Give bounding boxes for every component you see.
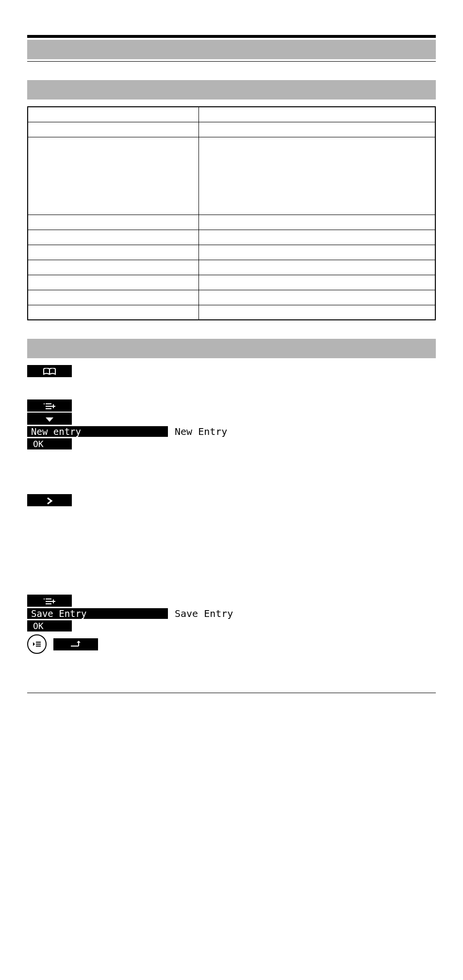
cell bbox=[199, 245, 435, 260]
table-row bbox=[28, 305, 435, 320]
table-row bbox=[28, 245, 435, 260]
ok-key-2: OK bbox=[27, 620, 72, 631]
cell bbox=[199, 290, 435, 305]
cell bbox=[28, 245, 199, 260]
table-row bbox=[28, 290, 435, 305]
list-plus-key-2 bbox=[27, 595, 72, 607]
svg-marker-19 bbox=[77, 641, 81, 643]
chevron-right-key bbox=[27, 494, 72, 506]
cell bbox=[199, 260, 435, 275]
cell bbox=[28, 122, 199, 137]
table-row bbox=[28, 137, 435, 215]
cell bbox=[28, 137, 199, 215]
cell bbox=[199, 122, 435, 137]
section-band-3 bbox=[27, 339, 436, 358]
menu-round-key bbox=[27, 634, 47, 654]
table-row bbox=[28, 230, 435, 245]
cell bbox=[199, 305, 435, 320]
arrow-up-right-icon bbox=[69, 640, 83, 647]
cell bbox=[28, 275, 199, 290]
section-band-1 bbox=[27, 40, 436, 59]
display-state-save-entry: Save Entry bbox=[27, 608, 168, 619]
cell bbox=[199, 230, 435, 245]
cell bbox=[199, 215, 435, 230]
cell bbox=[28, 305, 199, 320]
cell bbox=[199, 107, 435, 122]
page-bottom-rule bbox=[27, 693, 436, 693]
table-row bbox=[28, 107, 435, 122]
spec-table bbox=[27, 106, 436, 320]
cell bbox=[28, 260, 199, 275]
cell bbox=[28, 290, 199, 305]
svg-marker-13 bbox=[33, 642, 35, 646]
table-row bbox=[28, 215, 435, 230]
cell bbox=[199, 275, 435, 290]
table-row bbox=[28, 260, 435, 275]
table-row bbox=[28, 122, 435, 137]
ok-key: OK bbox=[27, 438, 72, 449]
open-book-key bbox=[27, 365, 72, 377]
cell bbox=[199, 137, 435, 215]
list-plus-icon bbox=[43, 598, 56, 605]
display-state-new-entry: New entry bbox=[27, 426, 168, 437]
menu-list-icon bbox=[32, 640, 42, 648]
section-band-2 bbox=[27, 80, 436, 100]
list-plus-key bbox=[27, 399, 72, 412]
list-plus-icon bbox=[43, 402, 56, 410]
cell bbox=[28, 107, 199, 122]
open-book-icon bbox=[43, 368, 56, 376]
arrow-up-right-key bbox=[53, 638, 98, 650]
triangle-down-icon bbox=[45, 416, 54, 422]
svg-marker-6 bbox=[46, 417, 53, 422]
cell bbox=[28, 230, 199, 245]
chevron-right-icon bbox=[46, 497, 53, 505]
triangle-down-key bbox=[27, 413, 72, 425]
table-row bbox=[28, 275, 435, 290]
cell bbox=[28, 215, 199, 230]
step-text-new-entry: New Entry bbox=[175, 426, 227, 437]
step-text-save-entry: Save Entry bbox=[175, 608, 233, 619]
